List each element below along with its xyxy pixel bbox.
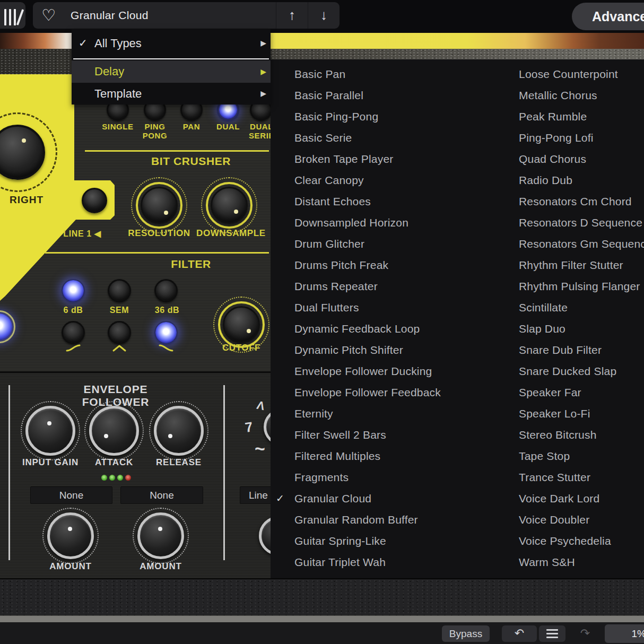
menu-item-delay[interactable]: Delay ▶ — [72, 60, 271, 83]
preset-item[interactable]: Peak Rumble — [495, 106, 644, 127]
preset-item[interactable]: Eternity — [271, 403, 499, 424]
filter-sem-label: SEM — [101, 306, 138, 315]
preset-item[interactable]: Filter Swell 2 Bars — [271, 424, 499, 446]
preset-item-label: Granular Random Buffer — [294, 514, 418, 526]
previous-preset-button[interactable]: ↑ — [276, 2, 308, 29]
preset-item[interactable]: Snare Dub Filter — [495, 340, 644, 361]
envelope-dest-select-2[interactable]: None — [120, 486, 203, 504]
menu-item-label: All Types — [94, 29, 142, 57]
preset-item-label: Snare Ducked Slap — [519, 365, 616, 377]
preset-item[interactable]: Envelope Follower Feedback — [271, 382, 499, 403]
preset-item[interactable]: Downsampled Horizon — [271, 212, 499, 233]
preset-item[interactable]: Drums Pitch Freak — [271, 255, 499, 276]
preset-item[interactable]: Guitar Triplet Wah — [271, 552, 499, 573]
preset-item[interactable]: Loose Counterpoint — [495, 64, 644, 85]
preset-item-label: Voice Dark Lord — [519, 492, 599, 504]
next-preset-button[interactable]: ↓ — [308, 2, 340, 29]
amount2-knob[interactable] — [137, 512, 184, 559]
line1-label: LINE 1 ◀ — [58, 229, 106, 239]
favorite-heart-icon[interactable]: ♡ — [41, 3, 56, 28]
preset-item[interactable]: Broken Tape Player — [271, 149, 499, 170]
preset-item[interactable]: Basic Ping-Pong — [271, 106, 499, 127]
resolution-knob[interactable] — [141, 187, 178, 224]
preset-item[interactable]: Ping-Pong Lofi — [495, 127, 644, 149]
preset-item-label: Rhythm Pulsing Flanger — [519, 280, 640, 292]
preset-item-label: Drums Pitch Freak — [294, 259, 388, 271]
bottom-toolbar: Bypass ↶ ↷ 1% — [0, 622, 644, 644]
filter-sem-bottom-button[interactable] — [108, 321, 131, 344]
preset-item[interactable]: Slap Duo — [495, 318, 644, 340]
filter-6db-bottom-button[interactable] — [62, 321, 85, 344]
preset-item[interactable]: Speaker Lo-Fi — [495, 403, 644, 424]
preset-item-label: Slap Duo — [519, 323, 565, 335]
mode-label-dual: DUAL — [210, 122, 247, 131]
preset-item[interactable]: Filtered Multiples — [271, 446, 499, 467]
preset-item[interactable]: Warm S&H — [495, 552, 644, 573]
menu-button[interactable] — [539, 625, 565, 642]
downsample-knob[interactable] — [211, 187, 248, 224]
preset-item[interactable]: Voice Psychedelia — [495, 530, 644, 552]
line1-knob[interactable] — [82, 188, 107, 213]
preset-item[interactable]: Resonators Cm Chord — [495, 191, 644, 212]
preset-item[interactable]: Radio Dub — [495, 170, 644, 191]
preset-item[interactable]: Dual Flutters — [271, 297, 499, 318]
input-gain-knob[interactable] — [25, 406, 75, 456]
advanced-button[interactable]: Advanced — [572, 3, 644, 30]
preset-item[interactable]: Fragments — [271, 467, 499, 488]
preset-item[interactable]: Basic Pan — [271, 64, 499, 85]
menu-item-template[interactable]: Template ▶ — [72, 83, 271, 105]
preset-item[interactable]: Rhythm Filter Stutter — [495, 255, 644, 276]
preset-item[interactable]: Drum Glitcher — [271, 233, 499, 255]
preset-item[interactable]: Rhythm Pulsing Flanger — [495, 276, 644, 297]
filter-36db-top-button[interactable] — [154, 279, 178, 302]
preset-item[interactable]: Dynamic Feedback Loop — [271, 318, 499, 340]
library-button[interactable] — [0, 2, 25, 29]
check-icon: ✓ — [79, 29, 88, 57]
preset-item[interactable]: Metallic Chorus — [495, 85, 644, 106]
preset-item[interactable]: Resonators D Sequence — [495, 212, 644, 233]
preset-item-label: Clear Canopy — [294, 174, 364, 186]
preset-item[interactable]: Tape Stop — [495, 446, 644, 467]
preset-item[interactable]: Stereo Bitcrush — [495, 424, 644, 446]
preset-item-label: Basic Pan — [294, 68, 345, 80]
mode-label-pan: PAN — [173, 122, 210, 131]
envelope-led-1 — [101, 475, 107, 481]
preset-item[interactable]: Basic Parallel — [271, 85, 499, 106]
preset-item[interactable]: Speaker Far — [495, 382, 644, 403]
attack-knob[interactable] — [89, 406, 139, 456]
filter-sem-top-button[interactable] — [108, 279, 131, 302]
preset-item[interactable]: Snare Ducked Slap — [495, 361, 644, 382]
attack-knob-pointer — [104, 434, 108, 438]
bypass-button[interactable]: Bypass — [442, 625, 490, 642]
preset-item[interactable]: Guitar Spring-Like — [271, 530, 499, 552]
preset-item-label: Dynamic Pitch Shifter — [294, 344, 403, 356]
preset-item[interactable]: ✓ Granular Cloud — [271, 488, 499, 509]
preset-item[interactable]: Trance Stutter — [495, 467, 644, 488]
preset-item[interactable]: Granular Random Buffer — [271, 509, 499, 530]
preset-item[interactable]: Scintillate — [495, 297, 644, 318]
preset-item[interactable]: Quad Chorus — [495, 149, 644, 170]
leather-trim-bottom — [0, 578, 644, 615]
submenu-arrow-icon: ▶ — [260, 60, 266, 83]
release-knob[interactable] — [154, 406, 204, 456]
redo-button[interactable]: ↷ — [572, 625, 598, 642]
preset-item[interactable]: Drums Repeater — [271, 276, 499, 297]
preset-name-field[interactable]: ♡ Granular Cloud ↑ ↓ — [33, 2, 340, 29]
preset-item-label: Filtered Multiples — [294, 450, 380, 462]
preset-item[interactable]: Dynamic Pitch Shifter — [271, 340, 499, 361]
menu-item-all-types[interactable]: ✓ All Types ▶ — [72, 29, 271, 57]
preset-item[interactable]: Distant Echoes — [271, 191, 499, 212]
preset-item[interactable]: Clear Canopy — [271, 170, 499, 191]
preset-item[interactable]: Voice Doubler — [495, 509, 644, 530]
envelope-dest-select-1[interactable]: None — [30, 486, 112, 504]
preset-item[interactable]: Resonators Gm Sequence — [495, 233, 644, 255]
preset-item[interactable]: Voice Dark Lord — [495, 488, 644, 509]
cpu-meter[interactable]: 1% — [605, 624, 644, 643]
preset-item-label: Resonators Cm Chord — [519, 195, 632, 207]
undo-button[interactable]: ↶ — [502, 625, 537, 642]
preset-name: Granular Cloud — [71, 2, 149, 29]
preset-item[interactable]: Envelope Follower Ducking — [271, 361, 499, 382]
preset-item[interactable]: Basic Serie — [271, 127, 499, 149]
amount1-knob[interactable] — [47, 512, 94, 559]
cutoff-knob[interactable] — [223, 306, 260, 343]
